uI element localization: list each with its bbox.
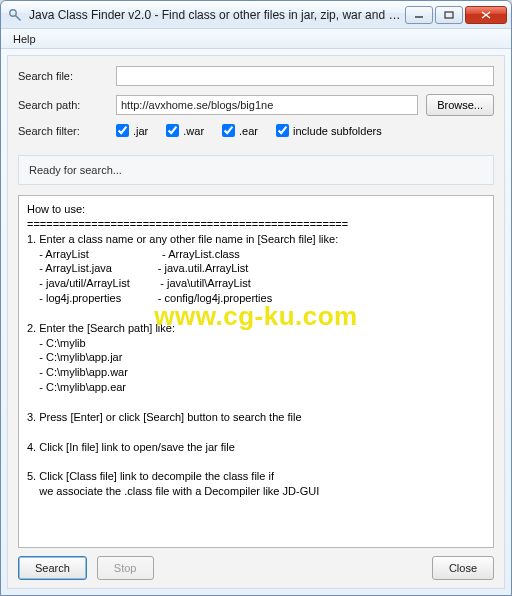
minimize-button[interactable] xyxy=(405,6,433,24)
filter-ear-label: .ear xyxy=(239,125,258,137)
search-button[interactable]: Search xyxy=(18,556,87,580)
maximize-button[interactable] xyxy=(435,6,463,24)
filter-group: .jar .war .ear include subfolders xyxy=(116,124,382,137)
help-textarea[interactable]: How to use: ============================… xyxy=(18,195,494,548)
close-button[interactable]: Close xyxy=(432,556,494,580)
row-search-path: Search path: Browse... xyxy=(18,94,494,116)
filter-war-checkbox[interactable] xyxy=(166,124,179,137)
filter-subfolders[interactable]: include subfolders xyxy=(276,124,382,137)
filter-war-label: .war xyxy=(183,125,204,137)
titlebar[interactable]: Java Class Finder v2.0 - Find class or o… xyxy=(1,1,511,29)
window-controls xyxy=(405,6,507,24)
search-file-label: Search file: xyxy=(18,70,116,82)
filter-war[interactable]: .war xyxy=(166,124,204,137)
browse-button[interactable]: Browse... xyxy=(426,94,494,116)
row-search-filter: Search filter: .jar .war .ear include su… xyxy=(18,124,494,137)
filter-ear-checkbox[interactable] xyxy=(222,124,235,137)
search-file-input[interactable] xyxy=(116,66,494,86)
filter-subfolders-label: include subfolders xyxy=(293,125,382,137)
stop-button[interactable]: Stop xyxy=(97,556,154,580)
button-bar: Search Stop Close xyxy=(18,556,494,580)
search-path-input[interactable] xyxy=(116,95,418,115)
window-title: Java Class Finder v2.0 - Find class or o… xyxy=(29,8,405,22)
status-text: Ready for search... xyxy=(18,155,494,185)
menubar: Help xyxy=(1,29,511,49)
svg-line-1 xyxy=(16,15,21,20)
app-icon xyxy=(7,7,23,23)
svg-rect-3 xyxy=(445,12,453,18)
app-window: Java Class Finder v2.0 - Find class or o… xyxy=(0,0,512,596)
row-search-file: Search file: xyxy=(18,66,494,86)
search-path-label: Search path: xyxy=(18,99,116,111)
client-area: Search file: Search path: Browse... Sear… xyxy=(7,55,505,589)
filter-jar[interactable]: .jar xyxy=(116,124,148,137)
menu-help[interactable]: Help xyxy=(7,31,42,47)
filter-jar-label: .jar xyxy=(133,125,148,137)
close-window-button[interactable] xyxy=(465,6,507,24)
filter-subfolders-checkbox[interactable] xyxy=(276,124,289,137)
filter-jar-checkbox[interactable] xyxy=(116,124,129,137)
filter-ear[interactable]: .ear xyxy=(222,124,258,137)
search-filter-label: Search filter: xyxy=(18,125,116,137)
